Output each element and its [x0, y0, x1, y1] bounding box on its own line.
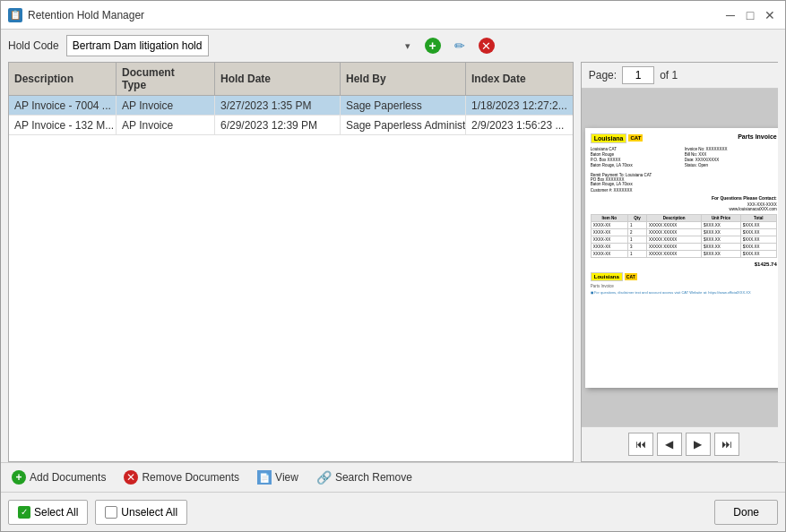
invoice-logo: Louisiana CAT: [591, 133, 643, 143]
col-header-description: Description: [9, 63, 117, 95]
window-title: Retention Hold Manager: [28, 9, 144, 21]
cell-indexdate: 1/18/2023 12:27:2...: [466, 96, 573, 115]
invoice-table: Item No Qty Description Unit Price Total…: [591, 214, 777, 258]
first-page-button[interactable]: ⏮: [628, 433, 653, 456]
prev-page-icon: ◀: [665, 438, 673, 450]
documents-table: Description DocumentType Hold Date Held …: [8, 62, 574, 462]
select-all-button[interactable]: ✓ Select All: [8, 500, 88, 525]
delete-icon: ✕: [479, 38, 495, 54]
done-button[interactable]: Done: [714, 500, 778, 525]
view-label: View: [275, 471, 298, 484]
table-header: Description DocumentType Hold Date Held …: [9, 63, 573, 96]
document-preview-area: Louisiana CAT Parts Invoice Louisiana CA…: [582, 89, 778, 426]
table-row[interactable]: AP Invoice - 7004 ... AP Invoice 3/27/20…: [9, 96, 573, 116]
invoice-footer-link: ◼ For questions, disclaimer text and acc…: [591, 290, 777, 295]
unselect-all-button[interactable]: Unselect All: [95, 500, 187, 525]
col-header-indexdate: Index Date: [466, 63, 573, 95]
hold-code-select[interactable]: Bertram Dam litigation hold: [66, 35, 209, 56]
cell-indexdate: 2/9/2023 1:56:23 ...: [466, 116, 573, 134]
add-documents-label: Add Documents: [30, 471, 106, 484]
window-controls: ─ □ ✕: [722, 7, 778, 23]
col-header-holddate: Hold Date: [215, 63, 341, 95]
delete-hold-code-button[interactable]: ✕: [477, 36, 497, 56]
titlebar: 📋 Retention Hold Manager ─ □ ✕: [1, 1, 785, 30]
add-hold-code-button[interactable]: +: [423, 36, 443, 56]
close-button[interactable]: ✕: [762, 7, 778, 23]
toolbar: + Add Documents ✕ Remove Documents 📄 Vie…: [1, 462, 785, 492]
bottom-left-buttons: ✓ Select All Unselect All: [8, 500, 187, 525]
cell-doctype: AP Invoice: [117, 96, 215, 115]
add-icon: +: [425, 38, 441, 54]
cell-holddate: 6/29/2023 12:39 PM: [215, 116, 341, 134]
view-icon: 📄: [257, 470, 272, 485]
cell-heldby: Sage Paperless Administrator: [341, 116, 466, 134]
hold-code-row: Hold Code Bertram Dam litigation hold + …: [8, 35, 778, 56]
app-icon: 📋: [8, 8, 22, 22]
page-nav-bottom: ⏮ ◀ ▶ ⏭: [582, 426, 778, 461]
select-all-icon: ✓: [18, 506, 30, 519]
last-page-button[interactable]: ⏭: [714, 433, 739, 456]
select-all-label: Select All: [34, 506, 78, 519]
col-header-heldby: Held By: [341, 63, 466, 95]
bottom-bar: ✓ Select All Unselect All Done: [1, 492, 785, 531]
invoice-footer-text: Parts Invoice: [591, 284, 777, 288]
hold-code-label: Hold Code: [8, 39, 59, 52]
page-of-label: of 1: [660, 69, 678, 82]
table-row[interactable]: AP Invoice - 132 M... AP Invoice 6/29/20…: [9, 116, 573, 135]
invoice-title: Parts Invoice: [738, 133, 777, 140]
invoice-total: $1425.74: [591, 262, 777, 267]
main-area: Description DocumentType Hold Date Held …: [8, 62, 778, 462]
search-remove-icon: 🔗: [316, 470, 332, 485]
document-preview-panel: Page: of 1 Louisiana CAT Parts Invoice: [581, 62, 778, 462]
view-button[interactable]: 📄 View: [254, 468, 302, 486]
add-documents-button[interactable]: + Add Documents: [8, 468, 109, 486]
invoice-info: Louisiana CAT Baton Rouge P.O. Box XXXXX…: [591, 147, 777, 169]
hold-code-dropdown-wrapper: Bertram Dam litigation hold: [66, 35, 416, 56]
next-page-button[interactable]: ▶: [686, 433, 711, 456]
remove-documents-icon: ✕: [124, 470, 138, 485]
edit-hold-code-button[interactable]: ✏: [450, 36, 470, 56]
cell-holddate: 3/27/2023 1:35 PM: [215, 96, 341, 115]
invoice-footer-logo: Louisiana CAT: [591, 272, 777, 281]
page-label: Page:: [589, 69, 617, 82]
invoice-paper: Louisiana CAT Parts Invoice Louisiana CA…: [585, 128, 778, 388]
search-remove-label: Search Remove: [335, 471, 412, 484]
col-header-doctype: DocumentType: [117, 63, 215, 95]
add-documents-icon: +: [12, 470, 26, 485]
done-label: Done: [733, 506, 759, 519]
search-remove-button[interactable]: 🔗 Search Remove: [313, 468, 416, 486]
cell-description: AP Invoice - 132 M...: [9, 116, 117, 134]
cell-doctype: AP Invoice: [117, 116, 215, 134]
minimize-button[interactable]: ─: [722, 7, 738, 23]
table-body: AP Invoice - 7004 ... AP Invoice 3/27/20…: [9, 96, 573, 461]
remove-documents-label: Remove Documents: [142, 471, 239, 484]
last-page-icon: ⏭: [721, 438, 732, 450]
page-number-input[interactable]: [622, 66, 654, 84]
unselect-all-label: Unselect All: [121, 506, 177, 519]
remove-documents-button[interactable]: ✕ Remove Documents: [120, 468, 243, 486]
cell-heldby: Sage Paperless: [341, 96, 466, 115]
maximize-button[interactable]: □: [742, 7, 758, 23]
cell-description: AP Invoice - 7004 ...: [9, 96, 117, 115]
pencil-icon: ✏: [454, 39, 465, 53]
page-nav-top: Page: of 1: [582, 63, 778, 89]
first-page-icon: ⏮: [635, 438, 646, 450]
unselect-all-icon: [105, 506, 117, 519]
prev-page-button[interactable]: ◀: [657, 433, 682, 456]
next-page-icon: ▶: [694, 438, 702, 450]
